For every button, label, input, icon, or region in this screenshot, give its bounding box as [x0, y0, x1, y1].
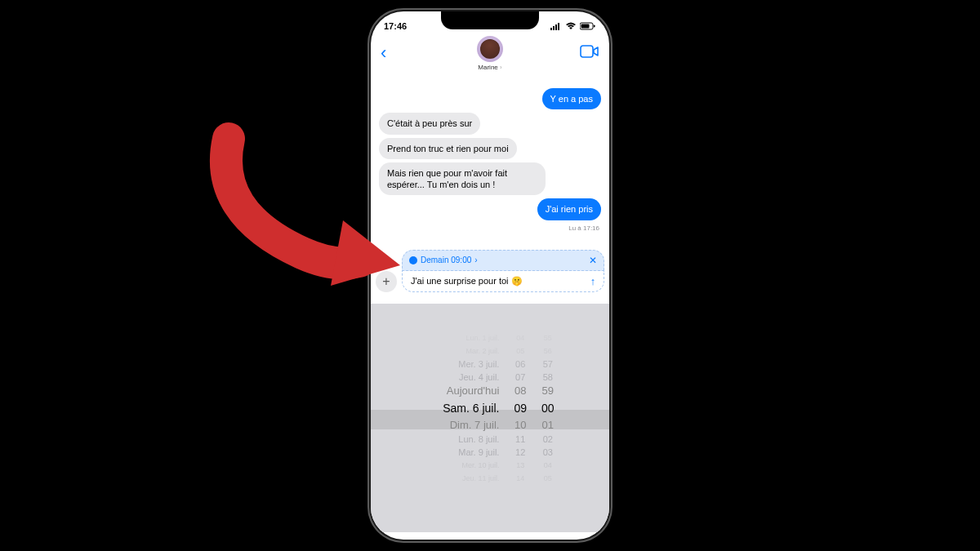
picker-item[interactable]: 58	[543, 371, 553, 384]
picker-item[interactable]: 05	[516, 344, 524, 358]
picker-item[interactable]: 10	[514, 418, 526, 433]
wifi-icon	[565, 22, 577, 30]
signal-icon	[550, 22, 562, 30]
close-icon[interactable]: ✕	[589, 255, 597, 266]
picker-item[interactable]: 08	[514, 384, 526, 398]
picker-col-date[interactable]: Lun. 1 juil. Mar. 2 juil. Mer. 3 juil. J…	[425, 304, 499, 532]
picker-item[interactable]: 07	[515, 371, 525, 384]
avatar	[477, 36, 503, 62]
picker-item[interactable]: 57	[543, 358, 553, 371]
svg-rect-5	[581, 24, 590, 29]
status-icons	[550, 22, 596, 30]
svg-rect-7	[581, 46, 593, 57]
message-input-text: J'ai une surprise pour toi 🤫	[411, 276, 523, 286]
back-button[interactable]: ‹	[381, 39, 386, 64]
picker-col-hour[interactable]: 04 05 06 07 08 09 10 11 12 13 14	[514, 304, 527, 532]
facetime-button[interactable]	[580, 39, 599, 62]
picker-item[interactable]: 13	[516, 459, 524, 472]
send-button[interactable]: ↑	[586, 273, 600, 288]
message-sent[interactable]: J'ai rien pris	[537, 198, 601, 220]
status-time: 17:46	[384, 21, 407, 31]
picker-item[interactable]: Jeu. 11 juil.	[462, 472, 500, 485]
picker-item[interactable]: 12	[515, 446, 525, 459]
svg-rect-0	[550, 28, 552, 30]
arrow-annotation	[196, 106, 408, 286]
svg-rect-6	[594, 25, 595, 28]
schedule-pill[interactable]: Demain 09:00 › ✕	[402, 250, 604, 271]
clock-icon	[409, 256, 417, 264]
picker-item[interactable]: 55	[544, 331, 552, 344]
picker-item[interactable]: 01	[542, 418, 554, 433]
compose-area: Demain 09:00 › ✕ + J'ai une surprise pou…	[376, 250, 604, 292]
picker-col-minute[interactable]: 55 56 57 58 59 00 01 02 03 04 05	[541, 304, 555, 532]
picker-item[interactable]: 14	[516, 472, 524, 485]
schedule-label: Demain 09:00	[421, 256, 471, 264]
notch	[441, 11, 539, 29]
svg-rect-1	[553, 26, 555, 30]
picker-item[interactable]: Aujourd'hui	[447, 384, 500, 398]
chevron-right-icon: ›	[474, 256, 477, 264]
picker-item[interactable]: Mer. 10 juil.	[461, 459, 499, 472]
datetime-picker[interactable]: Lun. 1 juil. Mar. 2 juil. Mer. 3 juil. J…	[371, 304, 609, 532]
picker-item[interactable]: 04	[544, 459, 552, 472]
contact-header[interactable]: Marine	[477, 36, 503, 71]
message-input[interactable]: J'ai une surprise pour toi 🤫 ↑	[402, 271, 604, 292]
picker-item[interactable]: Mer. 3 juil.	[458, 358, 499, 371]
picker-item[interactable]: Dim. 7 juil.	[450, 418, 500, 433]
picker-item[interactable]: 59	[542, 384, 554, 398]
battery-icon	[580, 22, 596, 30]
read-receipt: Lu à 17:16	[568, 224, 599, 232]
picker-item[interactable]: 03	[543, 446, 553, 459]
picker-item[interactable]: Mar. 2 juil.	[466, 344, 499, 358]
picker-item[interactable]: 02	[543, 433, 553, 446]
picker-item[interactable]: 05	[544, 472, 552, 485]
picker-item[interactable]: Lun. 8 juil.	[458, 433, 499, 446]
nav-bar: ‹ Marine	[371, 36, 609, 88]
picker-item[interactable]: 11	[515, 433, 525, 446]
picker-item[interactable]: Jeu. 4 juil.	[459, 371, 500, 384]
compose-row: + J'ai une surprise pour toi 🤫 ↑	[376, 271, 604, 292]
picker-item[interactable]: Mar. 9 juil.	[458, 446, 499, 459]
picker-item[interactable]: Lun. 1 juil.	[466, 331, 499, 344]
svg-rect-2	[555, 24, 557, 30]
picker-item[interactable]: 56	[544, 344, 552, 358]
picker-item[interactable]: 06	[515, 358, 525, 371]
svg-rect-3	[558, 23, 559, 30]
message-sent[interactable]: Y en a pas	[542, 88, 601, 109]
picker-item[interactable]: 04	[516, 331, 524, 344]
picker-item-selected[interactable]: 00	[541, 398, 555, 418]
picker-item-selected[interactable]: 09	[514, 398, 527, 418]
contact-name: Marine	[477, 64, 503, 71]
picker-item-selected[interactable]: Sam. 6 juil.	[443, 398, 499, 418]
